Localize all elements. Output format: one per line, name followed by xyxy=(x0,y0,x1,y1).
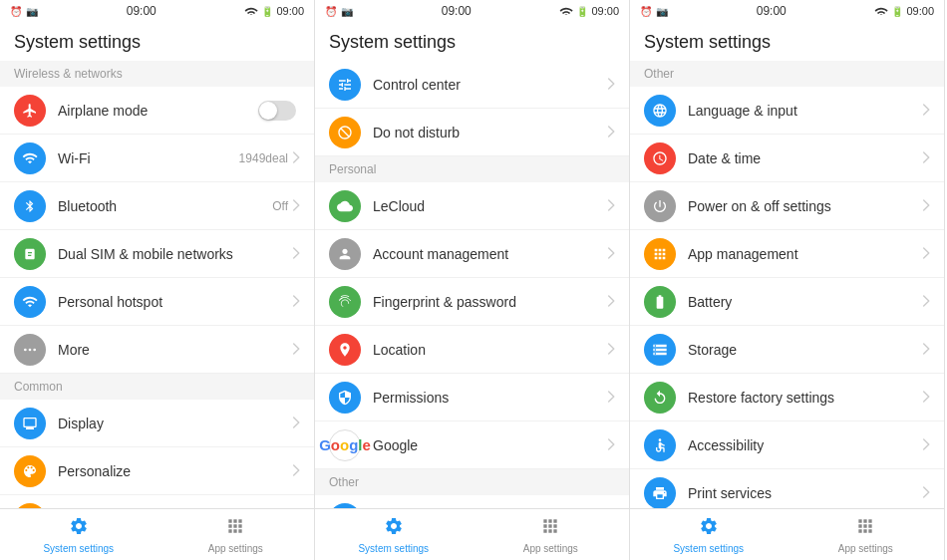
settings-item-account[interactable]: Account management xyxy=(315,230,629,278)
nav-label-app-settings: App settings xyxy=(523,543,578,554)
battery-status-icon: 🔋 xyxy=(576,6,588,17)
settings-list: Control centerDo not disturbPersonalLeCl… xyxy=(315,61,629,508)
settings-item-sound[interactable]: Sounds & vibration xyxy=(0,495,314,508)
nav-item-app-settings[interactable]: App settings xyxy=(788,509,945,560)
account-label: Account management xyxy=(373,246,607,262)
language3-icon xyxy=(644,95,676,127)
hotspot-label: Personal hotspot xyxy=(58,294,292,310)
nav-icon-app-settings xyxy=(855,516,875,541)
settings-item-language2[interactable]: Language & input xyxy=(315,495,629,508)
bottom-nav: System settingsApp settings xyxy=(315,508,629,560)
permissions-label: Permissions xyxy=(373,390,607,406)
settings-item-control[interactable]: Control center xyxy=(315,61,629,109)
google-chevron xyxy=(607,437,615,453)
nav-item-system-settings[interactable]: System settings xyxy=(315,509,473,560)
sim-label: Dual SIM & mobile networks xyxy=(58,246,292,262)
appmanage-chevron xyxy=(922,246,930,262)
settings-item-datetime3[interactable]: Date & time xyxy=(630,135,944,182)
time-display: 09:00 xyxy=(276,5,304,17)
alarm-icon: 📷 xyxy=(341,6,353,17)
svg-point-3 xyxy=(659,438,662,441)
accessibility-chevron xyxy=(922,437,930,453)
control-chevron xyxy=(607,77,615,93)
datetime3-icon xyxy=(644,142,676,174)
bottom-nav: System settingsApp settings xyxy=(630,508,944,560)
settings-item-print[interactable]: Print services xyxy=(630,469,944,508)
settings-item-hotspot[interactable]: Personal hotspot xyxy=(0,278,314,326)
status-time: 09:00 xyxy=(442,4,472,18)
google-icon: Google xyxy=(329,429,361,461)
settings-item-airplane[interactable]: Airplane mode xyxy=(0,87,314,135)
language3-label: Language & input xyxy=(688,103,922,119)
settings-item-restore[interactable]: Restore factory settings xyxy=(630,374,944,421)
settings-item-permissions[interactable]: Permissions xyxy=(315,374,629,421)
signal-icon xyxy=(244,5,258,17)
nav-item-app-settings[interactable]: App settings xyxy=(473,509,630,560)
display-chevron xyxy=(292,416,300,431)
airplane-icon xyxy=(14,95,46,127)
settings-item-accessibility[interactable]: Accessibility xyxy=(630,421,944,469)
settings-item-wifi[interactable]: Wi-Fi1949deal xyxy=(0,135,314,182)
settings-item-lecloud[interactable]: LeCloud xyxy=(315,182,629,230)
signal-icon xyxy=(559,5,573,17)
settings-item-power[interactable]: Power on & off settings xyxy=(630,182,944,230)
more-chevron xyxy=(292,342,300,358)
svg-point-2 xyxy=(33,348,36,351)
settings-item-more[interactable]: More xyxy=(0,326,314,374)
settings-item-display[interactable]: Display xyxy=(0,400,314,447)
settings-item-appmanage[interactable]: App management xyxy=(630,230,944,278)
accessibility-label: Accessibility xyxy=(688,437,922,453)
nav-label-system-settings: System settings xyxy=(43,543,114,554)
app-header: System settings xyxy=(630,22,944,61)
settings-item-location[interactable]: Location xyxy=(315,326,629,374)
settings-item-bluetooth[interactable]: BluetoothOff xyxy=(0,182,314,230)
settings-item-disturb[interactable]: Do not disturb xyxy=(315,109,629,156)
settings-item-storage[interactable]: Storage xyxy=(630,326,944,374)
status-left: ⏰ 📷 xyxy=(10,6,38,17)
settings-item-fingerprint[interactable]: Fingerprint & password xyxy=(315,278,629,326)
account-chevron xyxy=(607,246,615,262)
account-icon xyxy=(329,238,361,270)
wifi-label: Wi-Fi xyxy=(58,150,239,166)
lecloud-label: LeCloud xyxy=(373,198,607,214)
signal-icon xyxy=(874,5,888,17)
power-label: Power on & off settings xyxy=(688,198,922,214)
airplane-label: Airplane mode xyxy=(58,103,258,119)
settings-item-language3[interactable]: Language & input xyxy=(630,87,944,135)
nav-icon-app-settings xyxy=(225,516,245,541)
lecloud-icon xyxy=(329,190,361,222)
airplane-toggle[interactable] xyxy=(258,101,296,121)
settings-item-sim[interactable]: Dual SIM & mobile networks xyxy=(0,230,314,278)
alarm-icon: 📷 xyxy=(26,6,38,17)
section-label-1: Personal xyxy=(315,156,629,182)
bluetooth-value: Off xyxy=(272,199,288,213)
battery-chevron xyxy=(922,294,930,310)
more-icon xyxy=(14,334,46,366)
settings-item-google[interactable]: GoogleGoogle xyxy=(315,421,629,469)
app-header: System settings xyxy=(315,22,629,61)
panel-panel1: ⏰ 📷 09:00 🔋 09:00 System settingsWireles… xyxy=(0,0,315,560)
location-label: Location xyxy=(373,342,607,358)
control-label: Control center xyxy=(373,77,607,93)
nav-item-system-settings[interactable]: System settings xyxy=(630,509,788,560)
app-header: System settings xyxy=(0,22,314,61)
settings-item-personalize[interactable]: Personalize xyxy=(0,447,314,495)
storage-label: Storage xyxy=(688,342,922,358)
nav-item-system-settings[interactable]: System settings xyxy=(0,509,158,560)
appmanage-icon xyxy=(644,238,676,270)
page-title: System settings xyxy=(329,32,456,52)
status-time: 09:00 xyxy=(757,4,787,18)
status-right: 🔋 09:00 xyxy=(874,5,934,17)
fingerprint-chevron xyxy=(607,294,615,310)
section-label-1: Common xyxy=(0,374,314,400)
settings-item-battery[interactable]: Battery xyxy=(630,278,944,326)
nav-label-app-settings: App settings xyxy=(838,543,893,554)
datetime3-chevron xyxy=(922,150,930,166)
battery-label: Battery xyxy=(688,294,922,310)
restore-icon xyxy=(644,382,676,414)
nav-item-app-settings[interactable]: App settings xyxy=(158,509,315,560)
time-display: 09:00 xyxy=(906,5,934,17)
control-icon xyxy=(329,69,361,101)
appmanage-label: App management xyxy=(688,246,922,262)
svg-point-1 xyxy=(29,348,32,351)
